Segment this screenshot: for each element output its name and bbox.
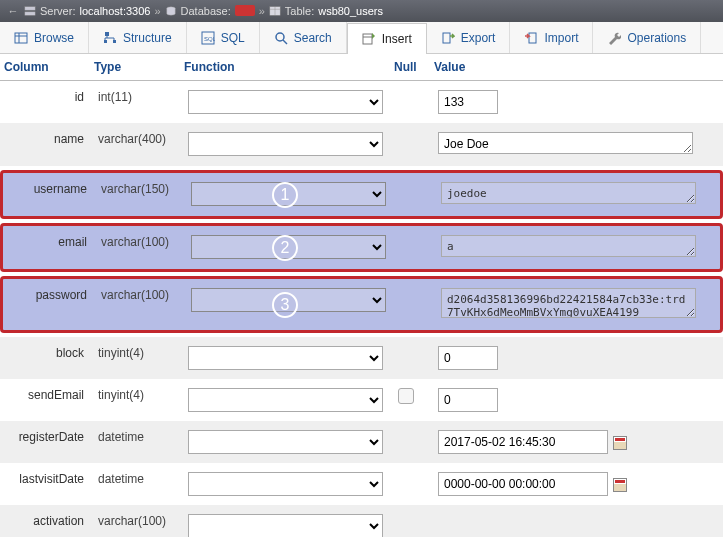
sql-icon: SQL [201, 31, 215, 45]
col-name: username [7, 180, 97, 198]
svg-rect-16 [363, 34, 372, 44]
function-select[interactable] [188, 90, 383, 114]
svg-rect-0 [25, 7, 35, 10]
value-input[interactable] [438, 430, 608, 454]
header-value[interactable]: Value [430, 54, 723, 80]
row-registerdate: registerDate datetime [0, 421, 723, 463]
redacted-db [235, 5, 255, 16]
structure-icon [103, 31, 117, 45]
row-password-highlight: password varchar(100) 3 [0, 276, 723, 333]
back-arrow-icon[interactable]: ← [6, 5, 20, 17]
col-name: id [4, 88, 94, 106]
tab-label: SQL [221, 31, 245, 45]
col-name: name [4, 130, 94, 148]
header-type[interactable]: Type [90, 54, 180, 80]
separator: » [259, 5, 265, 17]
value-textarea[interactable] [441, 288, 696, 318]
value-textarea[interactable] [441, 182, 696, 204]
database-link[interactable] [235, 5, 255, 18]
table-icon [269, 5, 281, 17]
function-select[interactable] [188, 430, 383, 454]
function-select[interactable] [188, 132, 383, 156]
col-name: registerDate [4, 428, 94, 446]
function-select[interactable] [191, 235, 386, 259]
value-textarea[interactable] [441, 235, 696, 257]
import-icon [524, 31, 538, 45]
col-name: email [7, 233, 97, 251]
row-name: name varchar(400) [0, 123, 723, 166]
function-select[interactable] [191, 182, 386, 206]
svg-rect-6 [15, 33, 27, 43]
tab-structure[interactable]: Structure [89, 22, 187, 53]
svg-rect-10 [104, 40, 107, 43]
database-icon [165, 5, 177, 17]
svg-rect-19 [529, 33, 536, 43]
tabs-bar: Browse Structure SQL SQL Search Insert E… [0, 22, 723, 54]
row-email-highlight: email varchar(100) 2 [0, 223, 723, 272]
col-type: datetime [94, 428, 184, 446]
svg-line-15 [283, 40, 287, 44]
svg-rect-9 [105, 32, 109, 36]
svg-text:SQL: SQL [204, 36, 215, 42]
function-select[interactable] [188, 472, 383, 496]
null-checkbox[interactable] [398, 388, 414, 404]
col-type: varchar(400) [94, 130, 184, 148]
svg-rect-18 [443, 33, 450, 43]
row-id: id int(11) [0, 81, 723, 123]
export-icon [441, 31, 455, 45]
server-label: Server: [40, 5, 75, 17]
value-input[interactable] [438, 388, 498, 412]
table-label: Table: [285, 5, 314, 17]
search-icon [274, 31, 288, 45]
header-column[interactable]: Column [0, 54, 90, 80]
tab-export[interactable]: Export [427, 22, 511, 53]
row-lastvisitdate: lastvisitDate datetime [0, 463, 723, 505]
tab-import[interactable]: Import [510, 22, 593, 53]
col-name: sendEmail [4, 386, 94, 404]
insert-icon [362, 32, 376, 46]
tab-label: Structure [123, 31, 172, 45]
col-type: tinyint(4) [94, 386, 184, 404]
col-type: varchar(100) [97, 286, 187, 304]
header-function[interactable]: Function [180, 54, 390, 80]
header-null[interactable]: Null [390, 54, 430, 80]
value-input[interactable] [438, 472, 608, 496]
row-sendemail: sendEmail tinyint(4) [0, 379, 723, 421]
function-select[interactable] [188, 514, 383, 537]
tab-label: Import [544, 31, 578, 45]
row-block: block tinyint(4) [0, 337, 723, 379]
tab-sql[interactable]: SQL SQL [187, 22, 260, 53]
col-type: tinyint(4) [94, 344, 184, 362]
value-input[interactable] [438, 90, 498, 114]
row-activation: activation varchar(100) [0, 505, 723, 537]
server-link[interactable]: localhost:3306 [79, 5, 150, 17]
function-select[interactable] [188, 388, 383, 412]
col-type: datetime [94, 470, 184, 488]
col-type: varchar(150) [97, 180, 187, 198]
col-type: varchar(100) [97, 233, 187, 251]
separator: » [154, 5, 160, 17]
col-name: password [7, 286, 97, 304]
server-icon [24, 5, 36, 17]
value-input[interactable] [438, 346, 498, 370]
function-select[interactable] [191, 288, 386, 312]
tab-insert[interactable]: Insert [347, 23, 427, 54]
table-header: Column Type Function Null Value [0, 54, 723, 81]
tab-label: Operations [627, 31, 686, 45]
calendar-icon[interactable] [613, 478, 627, 492]
breadcrumb: ← Server: localhost:3306 » Database: » T… [0, 0, 723, 22]
database-label: Database: [181, 5, 231, 17]
col-name: activation [4, 512, 94, 530]
col-type: int(11) [94, 88, 184, 106]
browse-icon [14, 31, 28, 45]
tab-browse[interactable]: Browse [0, 22, 89, 53]
function-select[interactable] [188, 346, 383, 370]
tab-search[interactable]: Search [260, 22, 347, 53]
tab-label: Export [461, 31, 496, 45]
value-textarea[interactable] [438, 132, 693, 154]
col-type: varchar(100) [94, 512, 184, 530]
calendar-icon[interactable] [613, 436, 627, 450]
tab-operations[interactable]: Operations [593, 22, 701, 53]
table-link[interactable]: wsb80_users [318, 5, 383, 17]
tab-label: Insert [382, 32, 412, 46]
